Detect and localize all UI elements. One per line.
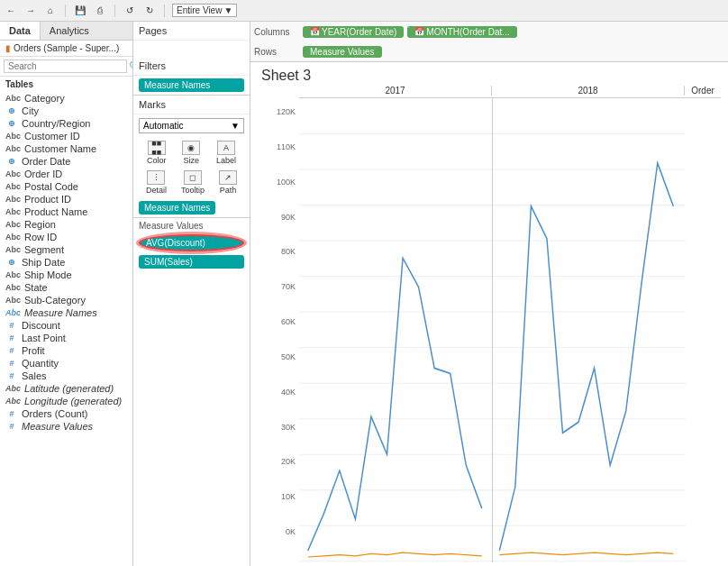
field-icon: Abc: [5, 195, 21, 204]
field-label: Last Point: [22, 333, 66, 343]
tab-analytics[interactable]: Analytics: [41, 22, 98, 40]
y-tick-0k: 0K: [286, 527, 296, 562]
field-item-longitude-generated[interactable]: AbcLongitude (generated): [0, 395, 132, 407]
marks-detail-button[interactable]: ⋮ Detail: [146, 170, 167, 195]
field-icon: #: [5, 346, 18, 355]
field-item-customer-id[interactable]: AbcCustomer ID: [0, 130, 132, 142]
field-label: Category: [24, 93, 65, 104]
field-item-order-id[interactable]: AbcOrder ID: [0, 168, 132, 180]
marks-path-button[interactable]: ↗ Path: [219, 170, 237, 195]
data-source[interactable]: ▮ Orders (Sample - Super...): [0, 41, 132, 57]
field-icon: Abc: [5, 144, 21, 153]
tab-data[interactable]: Data: [0, 22, 41, 40]
col-pill-month[interactable]: 📅 MONTH(Order Dat...: [407, 26, 516, 38]
field-item-discount[interactable]: #Discount: [0, 319, 132, 332]
chart-container: 120K 110K 100K 90K 80K 70K 60K 50K 40K 3…: [250, 86, 728, 566]
avg-discount-tag[interactable]: AVG(Discount): [139, 234, 244, 251]
marks-tooltip-button[interactable]: ◻ Tooltip: [181, 170, 205, 195]
field-icon: #: [5, 371, 18, 380]
field-item-measure-values[interactable]: #Measure Values: [0, 420, 132, 433]
field-item-product-id[interactable]: AbcProduct ID: [0, 193, 132, 205]
field-item-postal-code[interactable]: AbcPostal Code: [0, 180, 132, 193]
y-tick-20k: 20K: [281, 457, 296, 492]
undo-icon[interactable]: ↺: [123, 4, 137, 18]
data-source-icon: ▮: [5, 43, 11, 53]
marks-color-button[interactable]: ■■■■ Color: [147, 141, 167, 165]
tables-label: Tables: [0, 77, 132, 92]
field-label: Orders (Count): [22, 408, 87, 419]
marks-size-button[interactable]: ◉ Size: [182, 141, 200, 165]
field-item-measure-names[interactable]: AbcMeasure Names: [0, 306, 132, 319]
field-item-sub-category[interactable]: AbcSub-Category: [0, 294, 132, 306]
filter-tag-measure-names[interactable]: Measure Names: [139, 78, 244, 92]
field-item-row-id[interactable]: AbcRow ID: [0, 231, 132, 243]
field-label: Order Date: [22, 156, 70, 167]
y-tick-110k: 110K: [277, 142, 296, 178]
field-item-state[interactable]: AbcState: [0, 281, 132, 294]
y-tick-100k: 100K: [277, 178, 296, 213]
field-label: Profit: [22, 345, 45, 356]
back-icon[interactable]: ←: [4, 4, 18, 18]
field-item-customer-name[interactable]: AbcCustomer Name: [0, 142, 132, 155]
marks-label-button[interactable]: A Label: [216, 141, 236, 165]
field-item-city[interactable]: ⊕City: [0, 105, 132, 117]
print-icon[interactable]: ⎙: [93, 4, 107, 18]
home-icon[interactable]: ⌂: [43, 4, 58, 18]
y-tick-60k: 60K: [281, 317, 296, 352]
col-pill-year[interactable]: 📅 YEAR(Order Date): [303, 26, 404, 38]
marks-type-dropdown[interactable]: Automatic ▼: [139, 118, 244, 133]
field-item-product-name[interactable]: AbcProduct Name: [0, 205, 132, 218]
save-icon[interactable]: 💾: [73, 4, 87, 18]
forward-icon[interactable]: →: [23, 4, 38, 18]
field-item-ship-mode[interactable]: AbcShip Mode: [0, 269, 132, 281]
rows-shelf: Rows Measure Values: [250, 41, 728, 61]
field-icon: ⊕: [5, 157, 18, 166]
field-icon: Abc: [5, 308, 21, 317]
field-icon: Abc: [5, 384, 21, 393]
pages-header: Pages: [133, 22, 250, 41]
field-label: Row ID: [24, 232, 57, 242]
search-input[interactable]: [4, 59, 127, 73]
field-item-latitude-generated[interactable]: AbcLatitude (generated): [0, 382, 132, 395]
marks-measure-names-tag[interactable]: Measure Names: [139, 201, 215, 215]
measure-values-section: Measure Values AVG(Discount) SUM(Sales): [133, 217, 250, 273]
field-item-last-point[interactable]: #Last Point: [0, 332, 132, 344]
field-icon: Abc: [5, 94, 21, 103]
sales-line-2017: [308, 258, 482, 551]
y-tick-120k: 120K: [277, 107, 296, 142]
field-item-countryregion[interactable]: ⊕Country/Region: [0, 117, 132, 130]
field-icon: Abc: [5, 283, 21, 292]
field-item-region[interactable]: AbcRegion: [0, 218, 132, 231]
y-tick-10k: 10K: [281, 492, 296, 527]
field-item-segment[interactable]: AbcSegment: [0, 243, 132, 256]
row-pill[interactable]: Measure Values: [303, 46, 382, 58]
field-icon: #: [5, 321, 18, 330]
y-axis: 120K 110K 100K 90K 80K 70K 60K 50K 40K 3…: [254, 86, 299, 562]
field-item-order-date[interactable]: ⊕Order Date: [0, 155, 132, 168]
columns-label: Columns: [254, 27, 299, 37]
label-label: Label: [216, 156, 236, 165]
marks-section: Marks Automatic ▼ ■■■■ Color ◉ Size: [133, 95, 250, 217]
field-icon: #: [5, 333, 18, 342]
field-item-profit[interactable]: #Profit: [0, 344, 132, 357]
columns-shelf: Columns 📅 YEAR(Order Date) 📅 MONTH(Order…: [250, 22, 728, 41]
marks-header: Marks: [133, 96, 250, 114]
sum-sales-tag[interactable]: SUM(Sales): [139, 255, 244, 269]
field-item-orders-count[interactable]: #Orders (Count): [0, 407, 132, 420]
view-dropdown[interactable]: Entire View ▼: [172, 4, 237, 17]
middle-panel: Pages Filters Measure Names Marks Automa…: [133, 22, 250, 566]
field-item-quantity[interactable]: #Quantity: [0, 357, 132, 370]
field-icon: Abc: [5, 296, 21, 305]
field-label: Country/Region: [22, 118, 90, 129]
field-item-ship-date[interactable]: ⊕Ship Date: [0, 256, 132, 269]
y-tick-80k: 80K: [281, 247, 296, 282]
redo-icon[interactable]: ↻: [142, 4, 157, 18]
tooltip-label: Tooltip: [181, 186, 205, 195]
field-label: Ship Date: [22, 257, 65, 268]
field-item-sales[interactable]: #Sales: [0, 370, 132, 382]
year-2018: 2018: [492, 86, 685, 96]
y-tick-70k: 70K: [281, 282, 296, 317]
field-item-category[interactable]: AbcCategory: [0, 92, 132, 105]
avg-discount-line-2017: [308, 552, 482, 557]
field-label: Order ID: [24, 169, 62, 179]
